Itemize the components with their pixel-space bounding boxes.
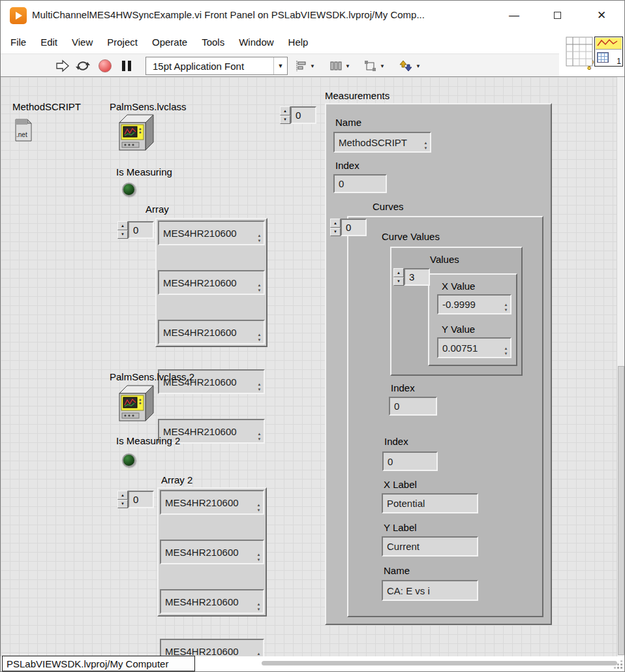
increment-icon[interactable] xyxy=(330,219,341,228)
abort-button[interactable] xyxy=(99,58,112,74)
resize-grip[interactable] xyxy=(613,660,622,669)
menu-edit[interactable]: Edit xyxy=(33,30,65,53)
scrollbar-icon[interactable] xyxy=(503,303,509,312)
distribute-objects-icon xyxy=(329,60,343,72)
font-selector[interactable]: 15pt Application Font ▼ xyxy=(145,57,288,75)
curve-name-label: Name xyxy=(384,565,410,576)
maximize-icon xyxy=(554,12,561,19)
x-value-field[interactable]: -0.9999 xyxy=(437,294,511,314)
vi-icon-button[interactable]: 1 xyxy=(594,37,623,67)
curve-index-field[interactable]: 0 xyxy=(382,451,438,471)
scrollbar-icon[interactable] xyxy=(256,602,262,611)
pause-icon xyxy=(122,61,125,71)
pane-number: 1 xyxy=(617,57,621,66)
menu-help[interactable]: Help xyxy=(281,30,316,53)
decrement-icon[interactable] xyxy=(330,228,341,237)
close-button[interactable]: ✕ xyxy=(583,1,620,30)
chevron-down-icon[interactable]: ▼ xyxy=(274,63,287,69)
menu-tools[interactable]: Tools xyxy=(194,30,232,53)
curve-name-field[interactable]: CA: E vs i xyxy=(382,580,478,601)
scrollbar-icon[interactable] xyxy=(423,141,429,150)
reorder-icon xyxy=(399,60,413,72)
menu-bar: File Edit View Project Operate Tools Win… xyxy=(1,30,559,53)
y-value-label: Y Value xyxy=(442,324,475,335)
serial-field[interactable]: MES4HR210600 xyxy=(160,490,264,515)
decrement-icon[interactable] xyxy=(117,230,128,239)
scrollbar-icon[interactable] xyxy=(256,333,262,342)
run-arrow-icon xyxy=(55,59,70,72)
array-index-control: 0 xyxy=(117,221,154,239)
measurement-index-field[interactable]: 0 xyxy=(333,174,387,193)
run-continuous-button[interactable] xyxy=(75,58,91,74)
toolbar: 15pt Application Font ▼ ▼ ▼ xyxy=(1,53,559,77)
instrument-icon[interactable] xyxy=(115,112,156,157)
increment-icon[interactable] xyxy=(117,221,128,230)
array-index-value[interactable]: 0 xyxy=(128,221,154,239)
minimize-button[interactable]: — xyxy=(495,1,533,30)
reorder-button[interactable]: ▼ xyxy=(399,58,422,74)
serial-field[interactable]: MES4HR210600 xyxy=(160,639,264,656)
x-axis-field[interactable]: Potential xyxy=(382,493,478,513)
align-objects-icon xyxy=(294,60,307,72)
serial-field[interactable]: MES4HR210600 xyxy=(158,270,265,295)
vertical-scrollbar-thumb[interactable] xyxy=(618,366,624,655)
increment-icon[interactable] xyxy=(117,491,128,500)
measurements-index-value[interactable]: 0 xyxy=(290,106,316,124)
scrollbar-icon[interactable] xyxy=(503,346,509,356)
pause-icon xyxy=(128,61,131,71)
horizontal-scrollbar[interactable] xyxy=(262,661,617,665)
array-2-label: Array 2 xyxy=(161,474,192,485)
name-label: Name xyxy=(335,117,361,128)
vertical-scrollbar-track[interactable] xyxy=(617,77,624,656)
execution-target-indicator[interactable]: PSLabVIEWSDK.lvproj/My Computer xyxy=(2,656,195,671)
run-button[interactable] xyxy=(55,58,70,74)
scrollbar-icon[interactable] xyxy=(256,283,262,292)
serial-field[interactable]: MES4HR210600 xyxy=(160,540,264,564)
corner-icons: 1 xyxy=(566,37,623,67)
curves-index-value[interactable]: 0 xyxy=(341,219,367,236)
decrement-icon[interactable] xyxy=(280,115,290,125)
index-label: Index xyxy=(335,160,359,171)
menu-file[interactable]: File xyxy=(3,30,33,53)
serial-field[interactable]: MES4HR210600 xyxy=(158,320,265,344)
measurements-index-control: 0 xyxy=(280,106,316,124)
distribute-objects-button[interactable]: ▼ xyxy=(329,58,352,74)
scrollbar-icon[interactable] xyxy=(256,652,262,656)
serial-field[interactable]: MES4HR210600 xyxy=(160,589,264,614)
scrollbar-icon[interactable] xyxy=(256,382,262,391)
maximize-button[interactable] xyxy=(538,1,576,30)
array-2-index-value[interactable]: 0 xyxy=(128,491,154,508)
menu-project[interactable]: Project xyxy=(100,30,145,53)
instrument-icon[interactable] xyxy=(115,383,156,427)
increment-icon[interactable] xyxy=(280,106,290,115)
menu-window[interactable]: Window xyxy=(232,30,281,53)
measurement-name-field[interactable]: MethodSCRIPT xyxy=(333,132,431,153)
alignment-grid-icon[interactable] xyxy=(566,37,593,67)
decrement-icon[interactable] xyxy=(393,277,404,286)
scrollbar-icon[interactable] xyxy=(256,234,262,243)
pause-button[interactable] xyxy=(121,58,132,74)
decrement-icon[interactable] xyxy=(117,500,128,509)
resize-objects-button[interactable]: ▼ xyxy=(364,58,386,74)
y-axis-field[interactable]: Current xyxy=(382,536,478,557)
waveform-icon xyxy=(596,38,622,48)
scrollbar-icon[interactable] xyxy=(256,432,262,441)
scrollbar-icon[interactable] xyxy=(256,503,262,512)
y-axis-label: Y Label xyxy=(384,522,417,533)
scrollbar-icon[interactable] xyxy=(256,553,262,562)
measurements-label: Measurements xyxy=(325,90,389,101)
serial-field[interactable]: MES4HR210600 xyxy=(158,221,265,245)
chevron-down-icon: ▼ xyxy=(414,63,422,69)
increment-icon[interactable] xyxy=(393,268,404,277)
align-objects-button[interactable]: ▼ xyxy=(294,58,316,74)
menu-operate[interactable]: Operate xyxy=(145,30,194,53)
serial-array-2-frame: MES4HR210600 MES4HR210600 MES4HR210600 M… xyxy=(157,487,267,617)
y-value-field[interactable]: 0.00751 xyxy=(437,337,511,358)
is-measuring-led xyxy=(122,183,136,196)
serial-array-frame: MES4HR210600 MES4HR210600 MES4HR210600 M… xyxy=(155,218,267,347)
chevron-down-icon: ▼ xyxy=(378,63,386,69)
menu-view[interactable]: View xyxy=(65,30,100,53)
values-index-field[interactable]: 0 xyxy=(389,397,437,416)
dotnet-refnum-icon[interactable]: .net xyxy=(14,119,33,142)
values-index-value[interactable]: 3 xyxy=(404,268,430,286)
